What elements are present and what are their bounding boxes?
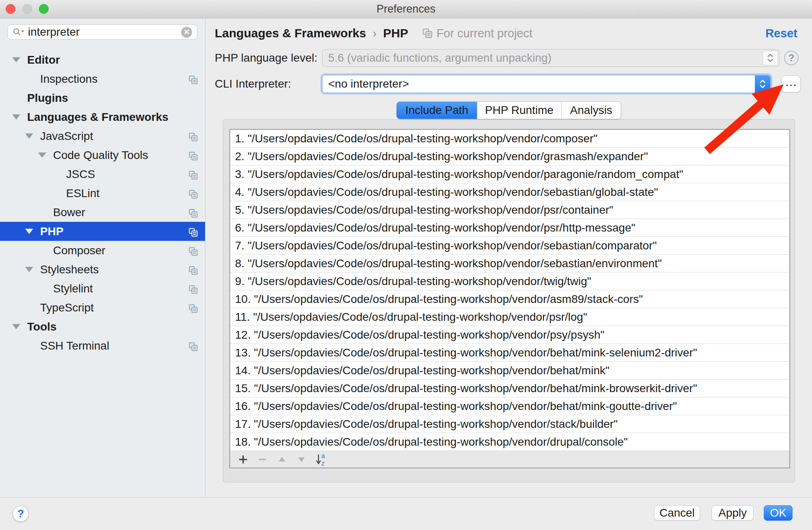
sidebar-item-composer[interactable]: Composer (0, 241, 205, 260)
shared-settings-icon (189, 227, 198, 236)
zoom-window-button[interactable] (39, 4, 49, 14)
sidebar-item-label: Stylelint (53, 282, 93, 295)
sidebar-item-typescript[interactable]: TypeScript (0, 298, 205, 317)
sidebar-item-label: Tools (27, 320, 57, 333)
cli-interpreter-label: CLI Interpreter: (215, 75, 291, 93)
add-path-button[interactable] (236, 452, 250, 467)
include-path-row[interactable]: 14. "/Users/opdavies/Code/os/drupal-test… (230, 362, 789, 380)
shared-settings-icon (189, 341, 198, 350)
stepper-icon (763, 51, 778, 65)
include-path-list: 1. "/Users/opdavies/Code/os/drupal-testi… (229, 129, 790, 468)
sidebar-item-jscs[interactable]: JSCS (0, 165, 205, 184)
cancel-button[interactable]: Cancel (654, 505, 700, 521)
scope-label: For current project (436, 27, 532, 40)
expand-arrow-icon[interactable] (25, 229, 33, 234)
expand-arrow-icon[interactable] (12, 57, 20, 62)
include-path-row[interactable]: 1. "/Users/opdavies/Code/os/drupal-testi… (230, 130, 789, 148)
move-down-button[interactable] (294, 452, 309, 467)
include-path-row[interactable]: 12. "/Users/opdavies/Code/os/drupal-test… (230, 326, 789, 344)
expand-arrow-icon[interactable] (12, 324, 20, 329)
browse-interpreters-button[interactable]: … (781, 75, 801, 92)
sidebar-item-bower[interactable]: Bower (0, 203, 205, 222)
include-path-row[interactable]: 3. "/Users/opdavies/Code/os/drupal-testi… (230, 165, 789, 183)
include-path-row[interactable]: 15. "/Users/opdavies/Code/os/drupal-test… (230, 380, 789, 397)
window-title: Preferences (376, 3, 436, 15)
tab-php-runtime[interactable]: PHP Runtime (477, 102, 561, 119)
include-path-row[interactable]: 16. "/Users/opdavies/Code/os/drupal-test… (230, 397, 789, 415)
sidebar-item-label: TypeScript (40, 301, 94, 314)
include-path-row[interactable]: 2. "/Users/opdavies/Code/os/drupal-testi… (230, 148, 789, 165)
include-path-row[interactable]: 7. "/Users/opdavies/Code/os/drupal-testi… (230, 237, 789, 255)
include-path-row[interactable]: 13. "/Users/opdavies/Code/os/drupal-test… (230, 344, 789, 362)
expand-arrow-icon[interactable] (38, 152, 46, 158)
sidebar-item-php[interactable]: PHP (0, 222, 205, 241)
include-path-row[interactable]: 9. "/Users/opdavies/Code/os/drupal-testi… (230, 273, 789, 290)
remove-path-button[interactable] (255, 452, 270, 467)
minimize-window-button[interactable] (22, 4, 32, 14)
breadcrumb: Languages & Frameworks › PHP For current… (215, 25, 532, 41)
include-path-rows: 1. "/Users/opdavies/Code/os/drupal-testi… (230, 130, 789, 451)
sidebar-item-inspections[interactable]: Inspections (0, 69, 205, 88)
include-path-panel: 1. "/Users/opdavies/Code/os/drupal-testi… (223, 119, 795, 483)
sidebar-item-stylesheets[interactable]: Stylesheets (0, 260, 205, 279)
help-button[interactable]: ? (13, 506, 29, 522)
shared-settings-icon (189, 303, 198, 312)
sidebar-item-eslint[interactable]: ESLint (0, 184, 205, 203)
current-project-icon (423, 28, 432, 38)
stepper-icon[interactable] (755, 75, 770, 92)
title-bar: Preferences (0, 0, 812, 18)
settings-main-panel: Languages & Frameworks › PHP For current… (205, 18, 812, 497)
include-path-row[interactable]: 8. "/Users/opdavies/Code/os/drupal-testi… (230, 255, 789, 273)
sidebar-item-ssh-terminal[interactable]: SSH Terminal (0, 336, 205, 355)
shared-settings-icon (189, 208, 198, 217)
sidebar-item-languages-frameworks[interactable]: Languages & Frameworks (0, 107, 205, 127)
include-path-row[interactable]: 10. "/Users/opdavies/Code/os/drupal-test… (230, 290, 789, 308)
reset-link[interactable]: Reset (765, 27, 797, 40)
sidebar-item-label: PHP (40, 225, 64, 238)
shared-settings-icon (189, 265, 198, 274)
breadcrumb-languages-frameworks[interactable]: Languages & Frameworks (215, 26, 366, 40)
include-path-row[interactable]: 6. "/Users/opdavies/Code/os/drupal-testi… (230, 219, 789, 237)
tab-include-path[interactable]: Include Path (397, 102, 477, 119)
sidebar-item-label: Stylesheets (40, 263, 99, 276)
sidebar-item-stylelint[interactable]: Stylelint (0, 279, 205, 298)
shared-settings-icon (189, 74, 198, 83)
clear-search-icon[interactable]: ✕ (181, 27, 192, 38)
sidebar-item-label: Plugins (27, 92, 68, 105)
dialog-footer: ? Cancel Apply OK (0, 497, 812, 530)
expand-arrow-icon[interactable] (25, 267, 33, 272)
help-icon[interactable]: ? (784, 51, 799, 65)
ok-button[interactable]: OK (764, 505, 793, 521)
breadcrumb-php[interactable]: PHP (383, 26, 408, 40)
cli-interpreter-value: <no interpreter> (328, 77, 409, 90)
sort-alphabetically-button[interactable]: a z (314, 452, 328, 467)
sidebar-item-javascript[interactable]: JavaScript (0, 127, 205, 146)
sidebar-item-label: SSH Terminal (40, 339, 109, 352)
sidebar-item-label: Editor (27, 54, 60, 67)
include-path-row[interactable]: 4. "/Users/opdavies/Code/os/drupal-testi… (230, 183, 789, 201)
search-icon[interactable] (13, 28, 25, 36)
apply-button[interactable]: Apply (712, 505, 754, 521)
settings-tree: EditorInspections PluginsLanguages & Fra… (0, 50, 205, 355)
sidebar-item-label: Composer (53, 244, 105, 257)
expand-arrow-icon[interactable] (12, 114, 20, 120)
expand-arrow-icon[interactable] (25, 133, 33, 139)
breadcrumb-separator-icon: › (372, 26, 377, 40)
tab-analysis[interactable]: Analysis (561, 102, 621, 119)
settings-search-box: ✕ (7, 24, 197, 40)
include-path-row[interactable]: 18. "/Users/opdavies/Code/os/drupal-test… (230, 433, 789, 451)
shared-settings-icon (189, 170, 198, 178)
language-level-select[interactable]: 5.6 (variadic functions, argument unpack… (322, 49, 780, 67)
include-path-row[interactable]: 17. "/Users/opdavies/Code/os/drupal-test… (230, 415, 789, 433)
sidebar-item-editor[interactable]: Editor (0, 50, 205, 69)
sidebar-item-code-quality-tools[interactable]: Code Quality Tools (0, 146, 205, 165)
include-path-row[interactable]: 5. "/Users/opdavies/Code/os/drupal-testi… (230, 201, 789, 219)
shared-settings-icon (189, 131, 198, 140)
cli-interpreter-combo[interactable]: <no interpreter> (322, 75, 771, 93)
sidebar-item-plugins[interactable]: Plugins (0, 88, 205, 107)
sidebar-item-tools[interactable]: Tools (0, 317, 205, 336)
search-input[interactable] (28, 26, 181, 39)
include-path-row[interactable]: 11. "/Users/opdavies/Code/os/drupal-test… (230, 308, 789, 326)
close-window-button[interactable] (6, 4, 15, 14)
move-up-button[interactable] (275, 452, 289, 467)
